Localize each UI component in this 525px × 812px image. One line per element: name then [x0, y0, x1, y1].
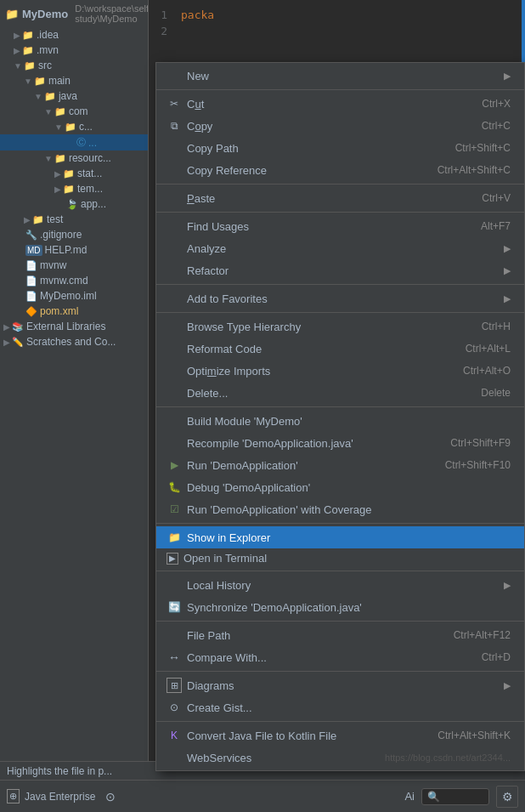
webservices-icon	[167, 750, 182, 765]
menu-item-find-usages[interactable]: Find Usages Alt+F7	[156, 215, 524, 237]
folder-icon: 📁	[22, 30, 34, 41]
menu-item-label: Reformat Code	[187, 343, 449, 355]
tree-item-controller[interactable]: ▼ 📁 c...	[0, 119, 148, 134]
menu-item-paste[interactable]: Paste Ctrl+V	[156, 187, 524, 209]
line-number-1: 1	[155, 7, 167, 23]
shortcut-label: Ctrl+Alt+F12	[454, 629, 511, 641]
menu-item-label: Find Usages	[187, 220, 464, 233]
tree-item-external-libraries[interactable]: ▶ 📚 External Libraries	[0, 319, 148, 334]
kotlin-icon: K	[167, 728, 182, 743]
tree-item-label: app...	[81, 198, 106, 210]
menu-item-copy-reference[interactable]: Copy Reference Ctrl+Alt+Shift+C	[156, 159, 524, 181]
menu-item-file-path[interactable]: File Path Ctrl+Alt+F12	[156, 624, 524, 646]
menu-item-diagrams[interactable]: ⊞ Diagrams ▶	[156, 674, 524, 696]
menu-item-add-to-favorites[interactable]: Add to Favorites ▶	[156, 287, 524, 309]
status-label: Java Enterprise	[25, 791, 95, 803]
menu-item-label: Cut	[187, 98, 465, 111]
menu-item-copy-path[interactable]: Copy Path Ctrl+Shift+C	[156, 137, 524, 159]
code-line-1: packa	[181, 7, 214, 23]
java-enterprise-icon: ⊕	[7, 789, 20, 803]
tree-item-com[interactable]: ▼ 📁 com	[0, 104, 148, 119]
menu-item-refactor[interactable]: Refactor ▶	[156, 259, 524, 281]
tree-item-pomxml[interactable]: 🔶 pom.xml	[0, 304, 148, 319]
menu-item-build-module[interactable]: Build Module 'MyDemo'	[156, 410, 524, 432]
tree-item-idea[interactable]: ▶ 📁 .idea	[0, 27, 148, 43]
menu-item-label: Add to Favorites	[187, 292, 504, 305]
tree-item-helpmd[interactable]: MD HELP.md	[0, 242, 148, 258]
delete-icon	[167, 385, 182, 400]
menu-separator	[156, 621, 524, 622]
shortcut-label: Alt+F7	[481, 220, 511, 232]
xml-icon: 🔶	[25, 306, 37, 317]
message-text: Highlights the file in p...	[7, 765, 112, 777]
tree-item-mvnw[interactable]: 📄 mvnw	[0, 258, 148, 273]
tree-item-label: mvnw	[40, 259, 66, 271]
tree-item-test[interactable]: ▶ 📁 test	[0, 212, 148, 227]
folder-icon: 📁	[54, 106, 66, 117]
menu-item-create-gist[interactable]: ⊙ Create Gist...	[156, 696, 524, 718]
tree-item-demoapp[interactable]: Ⓒ ...	[0, 134, 148, 150]
menu-separator	[156, 184, 524, 185]
menu-item-recompile[interactable]: Recompile 'DemoApplication.java' Ctrl+Sh…	[156, 432, 524, 454]
tree-item-label: stat...	[77, 168, 102, 179]
menu-item-cut[interactable]: ✂ Cut Ctrl+X	[156, 93, 524, 115]
file-icon: 📄	[25, 260, 37, 271]
menu-item-label: Copy Reference	[187, 164, 421, 177]
menu-item-open-in-terminal[interactable]: ▶ Open in Terminal	[156, 548, 524, 568]
menu-item-label: Debug 'DemoApplication'	[187, 481, 511, 494]
tree-item-resources[interactable]: ▼ 📁 resourc...	[0, 150, 148, 166]
menu-item-convert-kotlin[interactable]: K Convert Java File to Kotlin File Ctrl+…	[156, 724, 524, 747]
menu-item-copy[interactable]: ⧉ Copy Ctrl+C	[156, 115, 524, 137]
arrow-down-icon: ▼	[44, 107, 53, 116]
tree-item-scratches[interactable]: ▶ ✏️ Scratches and Co...	[0, 334, 148, 349]
tree-item-mydemoiml[interactable]: 📄 MyDemo.iml	[0, 288, 148, 304]
menu-item-debug[interactable]: 🐛 Debug 'DemoApplication'	[156, 476, 524, 498]
tree-item-templates[interactable]: ▶ 📁 tem...	[0, 181, 148, 196]
menu-item-delete[interactable]: Delete... Delete	[156, 382, 524, 404]
menu-item-synchronize[interactable]: 🔄 Synchronize 'DemoApplication.java'	[156, 596, 524, 618]
tree-item-label: .mvn	[37, 44, 59, 56]
debug-icon: 🐛	[167, 480, 182, 495]
menu-item-run-coverage[interactable]: ☑ Run 'DemoApplication' with Coverage	[156, 498, 524, 520]
line-number-2: 2	[155, 23, 167, 39]
menu-item-new[interactable]: New ▶	[156, 65, 524, 87]
tree-item-static[interactable]: ▶ 📁 stat...	[0, 166, 148, 181]
build-icon	[167, 413, 182, 429]
filepath-icon	[167, 627, 182, 643]
folder-icon: 📁	[44, 91, 56, 102]
md-icon: MD	[25, 245, 42, 256]
tree-item-application[interactable]: 🍃 app...	[0, 196, 148, 212]
tree-item-src[interactable]: ▼ 📁 src	[0, 58, 148, 73]
menu-item-reformat-code[interactable]: Reformat Code Ctrl+Alt+L	[156, 338, 524, 360]
menu-item-show-in-explorer[interactable]: 📁 Show in Explorer	[156, 526, 524, 548]
folder-icon: 📁	[63, 168, 75, 179]
coverage-icon: ☑	[167, 502, 182, 517]
project-name: MyDemo	[22, 8, 68, 20]
menu-item-compare-with[interactable]: ↔ Compare With... Ctrl+D	[156, 646, 524, 668]
menu-item-local-history[interactable]: Local History ▶	[156, 574, 524, 596]
menu-item-analyze[interactable]: Analyze ▶	[156, 237, 524, 259]
shortcut-label: Delete	[481, 387, 511, 399]
settings-button[interactable]: ⚙	[496, 786, 518, 808]
tree-item-mvn[interactable]: ▶ 📁 .mvn	[0, 43, 148, 58]
favorites-icon	[167, 291, 182, 306]
menu-item-label: Paste	[187, 192, 465, 205]
github-icon: ⊙	[105, 790, 116, 803]
menu-item-label: Run 'DemoApplication' with Coverage	[187, 503, 511, 516]
run-icon: ▶	[167, 457, 182, 473]
folder-icon: 📁	[54, 153, 66, 164]
menu-item-browse-type-hierarchy[interactable]: Browse Type Hierarchy Ctrl+H	[156, 315, 524, 338]
search-bar[interactable]: 🔍	[421, 788, 489, 805]
tree-item-java[interactable]: ▼ 📁 java	[0, 88, 148, 104]
arrow-down-icon: ▼	[24, 77, 32, 86]
settings-icon: ⚙	[502, 790, 513, 803]
tree-item-mvnwcmd[interactable]: 📄 mvnw.cmd	[0, 273, 148, 288]
menu-item-webservices[interactable]: WebServices https://blog.csdn.net/art234…	[156, 747, 524, 769]
menu-item-optimize-imports[interactable]: Optimize Imports Ctrl+Alt+O	[156, 360, 524, 382]
analyze-icon	[167, 241, 182, 256]
code-line-2	[181, 23, 214, 39]
tree-item-gitignore[interactable]: 🔧 .gitignore	[0, 227, 148, 242]
menu-item-run[interactable]: ▶ Run 'DemoApplication' Ctrl+Shift+F10	[156, 454, 524, 476]
tree-item-main[interactable]: ▼ 📁 main	[0, 73, 148, 88]
submenu-arrow-icon: ▶	[504, 680, 511, 691]
